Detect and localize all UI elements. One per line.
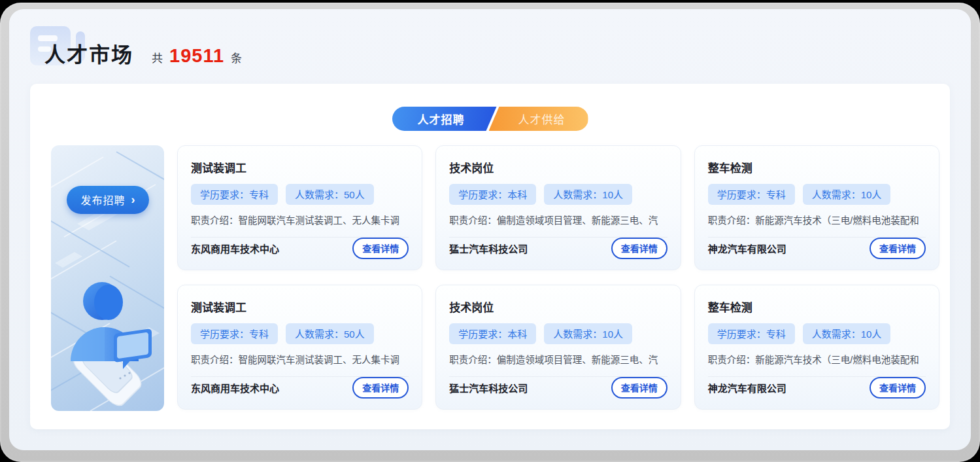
- headcount-tag: 人数需求：50人: [286, 323, 374, 344]
- job-card: 技术岗位 学历要求：本科 人数需求：10人 职责介绍：偏制造领域项目管理、新能源…: [435, 145, 681, 270]
- publish-button-label: 发布招聘: [80, 192, 125, 207]
- education-tag: 学历要求：专科: [708, 323, 795, 344]
- view-details-button[interactable]: 查看详情: [870, 377, 926, 399]
- headcount-tag: 人数需求：10人: [803, 323, 891, 344]
- company-name: 神龙汽车有限公司: [708, 381, 786, 395]
- view-details-button[interactable]: 查看详情: [352, 377, 409, 399]
- education-tag: 学历要求：专科: [191, 184, 278, 205]
- view-details-button[interactable]: 查看详情: [870, 238, 926, 259]
- job-title: 整车检测: [708, 298, 926, 315]
- company-name: 猛士汽车科技公司: [449, 241, 528, 255]
- job-description: 职责介绍：智能网联汽车测试装调工、无人集卡调度员，无人公交规划部署工: [191, 353, 409, 370]
- company-name: 东风商用车技术中心: [191, 381, 279, 395]
- publish-recruitment-button[interactable]: 发布招聘 ›: [66, 186, 148, 214]
- company-name: 东风商用车技术中心: [191, 241, 279, 255]
- job-description: 职责介绍：偏制造领域项目管理、新能源三电、汽车互联、汽车电子电器等技术岗位人才: [449, 213, 667, 230]
- main-panel: 人才招聘 人才供给: [30, 84, 950, 429]
- content-row: 发布招聘 › 测试装调工 学历要求：专科 人数需求：50人 职责介绍：智能网联汽…: [51, 145, 939, 411]
- isometric-illustration: [51, 145, 164, 411]
- job-card: 技术岗位 学历要求：本科 人数需求：10人 职责介绍：偏制造领域项目管理、新能源…: [435, 285, 681, 410]
- headcount-tag: 人数需求：50人: [286, 184, 374, 205]
- page-header: 人才市场 共 19511 条: [9, 9, 971, 84]
- job-description: 职责介绍：新能源汽车技术（三电/燃料电池装配和检测，整车装调、检测、维修）、智能…: [708, 353, 926, 370]
- page-title: 人才市场: [44, 38, 133, 68]
- job-description: 职责介绍：偏制造领域项目管理、新能源三电、汽车互联、汽车电子电器等技术岗位人才: [449, 353, 667, 370]
- education-tag: 学历要求：本科: [449, 323, 536, 344]
- count-prefix: 共: [152, 49, 163, 65]
- job-title: 测试装调工: [191, 159, 409, 175]
- job-title: 技术岗位: [449, 298, 667, 315]
- headcount-tag: 人数需求：10人: [803, 184, 891, 205]
- view-details-button[interactable]: 查看详情: [352, 238, 409, 259]
- job-card-grid: 测试装调工 学历要求：专科 人数需求：50人 职责介绍：智能网联汽车测试装调工、…: [177, 145, 939, 411]
- chevron-right-icon: ›: [131, 194, 136, 205]
- job-card: 测试装调工 学历要求：专科 人数需求：50人 职责介绍：智能网联汽车测试装调工、…: [177, 145, 422, 270]
- tab-talent-recruitment[interactable]: 人才招聘: [392, 107, 497, 131]
- job-title: 测试装调工: [191, 298, 409, 315]
- job-title: 整车检测: [708, 159, 926, 175]
- headcount-tag: 人数需求：10人: [544, 323, 632, 344]
- job-description: 职责介绍：新能源汽车技术（三电/燃料电池装配和检测，整车装调、检测、维修）、智能…: [708, 213, 926, 230]
- company-name: 神龙汽车有限公司: [708, 241, 786, 255]
- headcount-tag: 人数需求：10人: [544, 184, 632, 205]
- job-title: 技术岗位: [449, 159, 667, 175]
- talent-market-page: 人才市场 共 19511 条 人才招聘 人才供给: [9, 9, 971, 450]
- count-value: 19511: [169, 45, 224, 67]
- education-tag: 学历要求：专科: [708, 184, 795, 205]
- job-description: 职责介绍：智能网联汽车测试装调工、无人集卡调度员，无人公交规划部署工: [191, 213, 409, 230]
- tab-talent-supply[interactable]: 人才供给: [489, 107, 588, 131]
- count-suffix: 条: [231, 49, 242, 65]
- job-card: 整车检测 学历要求：专科 人数需求：10人 职责介绍：新能源汽车技术（三电/燃料…: [694, 145, 939, 270]
- view-details-button[interactable]: 查看详情: [611, 238, 667, 259]
- total-count: 共 19511 条: [152, 45, 242, 67]
- company-name: 猛士汽车科技公司: [449, 381, 528, 395]
- recruitment-banner: 发布招聘 ›: [51, 145, 164, 411]
- education-tag: 学历要求：专科: [191, 323, 278, 344]
- job-card: 整车检测 学历要求：专科 人数需求：10人 职责介绍：新能源汽车技术（三电/燃料…: [694, 285, 939, 410]
- view-details-button[interactable]: 查看详情: [611, 377, 667, 399]
- tab-group: 人才招聘 人才供给: [392, 107, 588, 131]
- window-frame: 人才市场 共 19511 条 人才招聘 人才供给: [0, 3, 980, 462]
- job-card: 测试装调工 学历要求：专科 人数需求：50人 职责介绍：智能网联汽车测试装调工、…: [177, 285, 422, 410]
- education-tag: 学历要求：本科: [449, 184, 536, 205]
